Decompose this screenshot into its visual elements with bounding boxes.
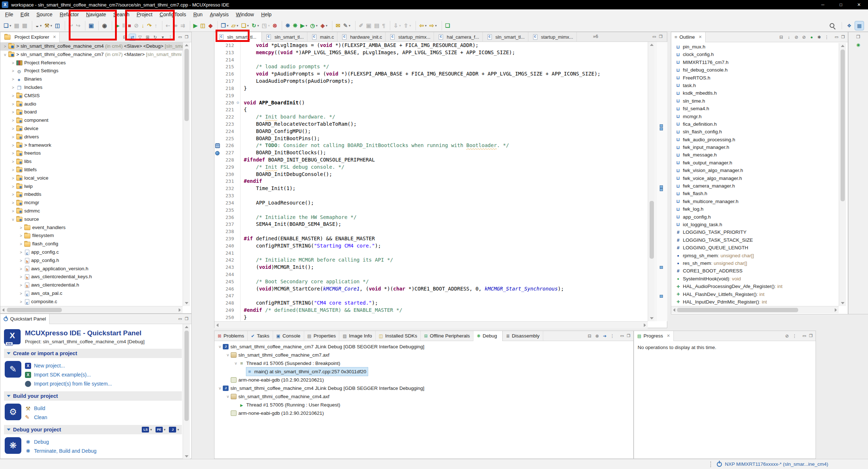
fold-marker[interactable] — [235, 156, 241, 164]
section-header[interactable]: Debug your project LSPEJ — [4, 425, 182, 434]
view-toolbar-icon[interactable]: ⊘ — [784, 333, 790, 339]
gutter-marker[interactable] — [214, 228, 220, 235]
progress-view-icon[interactable]: ◉ — [848, 42, 868, 48]
tree-row[interactable]: > freertos — [0, 149, 183, 158]
section-collapse-icon[interactable] — [7, 395, 10, 397]
code-line[interactable]: 239 #if defined(ENABLE_MASTER) && ENABLE… — [214, 235, 648, 242]
section-collapse-icon[interactable] — [7, 429, 10, 431]
fold-marker[interactable] — [235, 207, 241, 214]
outline-item[interactable]: ksdk_mbedtls.h — [671, 89, 839, 97]
outline-item[interactable]: fwk_voice_algo_manager.h — [671, 175, 839, 182]
tree-row[interactable]: > lwip — [0, 182, 183, 191]
outline-item[interactable]: HAL_AudioProcessingDev_Afe_Register() : … — [671, 283, 839, 290]
minimize-view-icon[interactable]: ▭ — [801, 334, 807, 338]
tree-row[interactable]: > aws_clientcredential_keys.h — [0, 273, 183, 281]
fold-marker[interactable] — [235, 56, 241, 64]
gutter-marker[interactable] — [214, 199, 220, 207]
view-toolbar-icon[interactable]: ✱ — [816, 34, 822, 40]
minimize-view-icon[interactable]: ▭ — [177, 317, 183, 321]
fold-marker[interactable] — [235, 257, 241, 264]
toolbar-icon[interactable]: ▣ — [365, 21, 372, 30]
code-line[interactable]: 245 /* Boot Secondary core application *… — [214, 278, 648, 285]
tab-project-explorer[interactable]: Project Explorer ✕ — [0, 32, 60, 42]
menu-item[interactable]: Edit — [17, 9, 33, 20]
gutter-marker[interactable] — [214, 56, 220, 64]
gutter-marker[interactable] — [214, 214, 220, 221]
code-line[interactable]: 244 — [214, 271, 648, 278]
gutter-marker[interactable] — [214, 164, 220, 171]
minimize-view-icon[interactable]: ▭ — [834, 35, 839, 39]
toolbar-icon[interactable]: ¶ — [381, 21, 386, 30]
tree-twistie[interactable]: v — [217, 384, 222, 392]
probe-selector[interactable]: PE — [156, 427, 166, 433]
toolbar-icon[interactable]: ❋ — [292, 21, 299, 30]
code-line[interactable]: 229 /* Init FSL debug console. */ — [214, 164, 648, 171]
gutter-marker[interactable] — [214, 278, 220, 285]
gutter-marker[interactable] — [214, 142, 220, 149]
editor-tab[interactable]: hal_camera_f... — [434, 32, 483, 42]
outline-item[interactable]: clock_config.h — [671, 51, 839, 58]
view-toolbar-icon[interactable]: ↓ — [786, 34, 792, 40]
maximize-view-icon[interactable]: ❐ — [184, 317, 190, 321]
tree-twistie[interactable]: > — [10, 116, 16, 125]
tree-twistie[interactable]: > — [10, 83, 16, 92]
editor-tab[interactable]: hardware_init.c — [337, 32, 386, 42]
tree-twistie[interactable]: v — [217, 343, 222, 351]
fold-marker[interactable] — [235, 149, 241, 156]
fold-marker[interactable] — [235, 250, 241, 257]
tree-row[interactable]: > Binaries — [0, 75, 183, 83]
tree-row[interactable]: > Includes — [0, 83, 183, 92]
code-line[interactable]: 225 BOARD_InitBootPins(); — [214, 135, 648, 142]
tree-twistie[interactable]: > — [10, 199, 16, 207]
toolbar-icon[interactable]: ⊗ — [272, 21, 278, 30]
outline-item[interactable]: HAL_InputDev_PdmMic_Register() : int — [671, 298, 839, 306]
code-line[interactable]: 243 (void)MCMGR_Init(); — [214, 264, 648, 271]
code-line[interactable]: 233 — [214, 192, 648, 199]
toolbar-icon[interactable]: ◒ — [32, 21, 43, 30]
outline-item[interactable]: task.h — [671, 82, 839, 89]
toolbar-icon[interactable]: ❏ — [3, 21, 12, 30]
quickstart-action[interactable]: Import project(s) from file system... — [25, 380, 112, 388]
occurrence-marker[interactable] — [660, 185, 663, 188]
gutter-marker[interactable] — [214, 192, 220, 199]
outline-item[interactable]: fica_definition.h — [671, 120, 839, 128]
fold-marker[interactable] — [235, 85, 241, 92]
code-line[interactable]: 249 #endif /* defined(ENABLE_MASTER) && … — [214, 307, 648, 314]
view-toolbar-icon[interactable]: ⊗ — [594, 333, 600, 339]
debug-tree-row[interactable]: v Thread #1 57005 (Suspended : Breakpoin… — [214, 359, 633, 367]
outline-item[interactable]: SystemInitHook(void) : void — [671, 275, 839, 283]
gutter-marker[interactable] — [214, 285, 220, 293]
tab-overflow-indicator[interactable]: »6 — [593, 34, 598, 39]
maximize-view-icon[interactable]: ❐ — [840, 35, 846, 39]
toolbar-icon[interactable]: ⇉ — [179, 21, 186, 30]
tree-row[interactable]: > audio — [0, 100, 183, 108]
bottom-view-tab[interactable]: ✔ Tasks — [248, 331, 273, 341]
gutter-marker[interactable] — [214, 135, 220, 142]
toolbar-icon[interactable]: ▩ — [21, 21, 28, 30]
view-toolbar-icon[interactable]: ⊘ — [793, 34, 800, 40]
editor-vscrollbar[interactable] — [648, 42, 655, 321]
tree-row[interactable]: > Project Settings — [0, 67, 183, 75]
tree-twistie[interactable]: > — [18, 298, 24, 306]
code-line[interactable]: 241 — [214, 250, 648, 257]
gutter-marker[interactable] — [214, 63, 220, 70]
fold-marker[interactable] — [235, 271, 241, 278]
tree-row[interactable]: > mbedtls — [0, 190, 183, 199]
fold-marker[interactable] — [235, 63, 241, 70]
gutter-marker[interactable] — [214, 171, 220, 178]
gutter-marker[interactable] — [214, 85, 220, 92]
toolbar-icon[interactable]: ▱ — [230, 21, 239, 30]
gutter-marker[interactable] — [214, 42, 220, 49]
view-toolbar-icon[interactable]: ● — [808, 34, 815, 40]
tree-twistie[interactable]: > — [18, 224, 24, 232]
tree-twistie[interactable]: > — [10, 141, 16, 150]
maximize-view-icon[interactable]: ❐ — [658, 34, 664, 39]
tree-row[interactable]: > component — [0, 116, 183, 125]
quickstart-action[interactable]: X Import SDK example(s)... — [25, 371, 112, 379]
tree-twistie[interactable]: > — [10, 166, 16, 174]
quickstart-action[interactable]: ✎ Clean — [25, 413, 47, 421]
tree-twistie[interactable]: > — [3, 42, 8, 51]
section-collapse-icon[interactable] — [7, 352, 10, 354]
gutter-marker[interactable] — [214, 113, 220, 121]
gutter-marker[interactable] — [214, 92, 220, 99]
